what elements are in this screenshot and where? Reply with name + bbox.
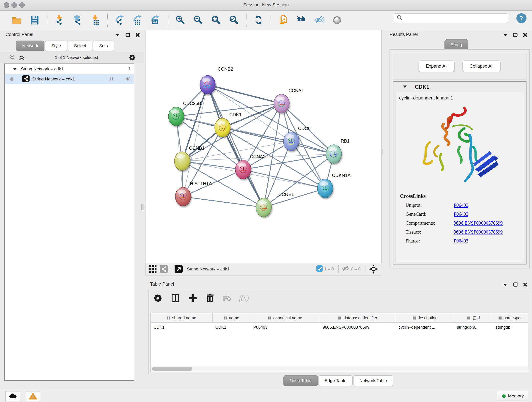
collapse-all-button[interactable]: Collapse All [462, 61, 500, 72]
crosslink-link[interactable]: 9606.ENSP00000378699 [454, 229, 503, 235]
tab-node-table[interactable]: Node Table [283, 375, 318, 386]
network-node-CCNB1[interactable] [174, 152, 190, 171]
protein-section-header[interactable]: CDK1 [393, 82, 526, 92]
glass-ball-effect-button[interactable] [328, 12, 346, 28]
hidden-eye-slash-icon[interactable] [342, 265, 350, 273]
network-edge-CCNB2-RB1[interactable] [208, 85, 334, 154]
network-collection-row[interactable]: String Network – cdk1 1 [5, 64, 134, 74]
table-horizontal-scrollbar[interactable] [151, 366, 528, 372]
collapse-all-networks-icon[interactable] [9, 55, 15, 61]
column-header-shared-name[interactable]: shared name [151, 313, 213, 322]
network-view-toolbar: String Network – cdk1 1 – 0 0 – 0 [145, 263, 381, 275]
export-network-button[interactable] [111, 12, 129, 28]
search-box[interactable] [394, 13, 508, 23]
network-node-HIST1H1A[interactable] [175, 187, 191, 206]
memory-button[interactable]: Memory [498, 391, 528, 401]
detach-view-icon[interactable] [175, 265, 183, 273]
column-header-name[interactable]: name [213, 313, 251, 322]
network-edge-CCNB2-CCNA1[interactable] [208, 85, 282, 104]
cloud-status-button[interactable] [6, 391, 20, 401]
table-settings-gear-icon[interactable] [153, 293, 163, 303]
panel-close-icon[interactable] [135, 33, 140, 37]
tab-edge-table[interactable]: Edge Table [318, 375, 353, 386]
scrollbar-thumb[interactable] [152, 367, 192, 370]
network-share-icon[interactable] [160, 265, 168, 273]
panel-close-icon[interactable] [523, 33, 527, 37]
show-columns-icon[interactable] [170, 293, 180, 303]
network-node-CDKN1A[interactable] [317, 179, 333, 198]
selected-checkbox-icon[interactable] [317, 265, 323, 273]
string-home-button[interactable] [292, 12, 310, 28]
network-options-gear-icon[interactable] [128, 54, 136, 61]
tab-style[interactable]: Style [45, 41, 67, 51]
help-button[interactable]: ? [516, 13, 527, 24]
network-node-CDK1[interactable] [215, 118, 230, 137]
network-edge-CCNA2-CDKN1A[interactable] [243, 170, 325, 188]
delete-column-trash-icon[interactable] [205, 293, 215, 303]
tab-sets[interactable]: Sets [93, 41, 114, 51]
open-session-button[interactable] [8, 12, 26, 28]
table-row[interactable]: CDK1CDK1P064939606.ENSP00000378699cyclin… [151, 323, 528, 332]
zoom-out-button[interactable] [189, 12, 207, 28]
network-edge-CDKN1A-CCNE1[interactable] [264, 188, 325, 207]
collection-disclosure-triangle-icon[interactable] [13, 66, 17, 71]
birdseye-crosshair-icon[interactable] [369, 264, 378, 274]
panel-float-triangle-icon[interactable] [115, 33, 120, 37]
network-canvas[interactable]: CCNB2CCNA1CDC25BCDK1CDC6RB1CCNB1CCNA2CDK… [145, 30, 382, 263]
add-column-icon[interactable] [188, 293, 198, 303]
network-graph[interactable]: CCNB2CCNA1CDC25BCDK1CDC6RB1CCNB1CCNA2CDK… [146, 30, 381, 263]
network-edge-CDK1-RB1[interactable] [222, 128, 334, 154]
network-node-CCNA1[interactable] [274, 94, 289, 113]
crosslink-link[interactable]: P06493 [454, 202, 468, 208]
left-splitter-handle[interactable] [141, 204, 144, 211]
crosslink-link[interactable]: P06493 [454, 211, 468, 217]
crosslink-link[interactable]: 9606.ENSP00000378699 [454, 220, 503, 226]
network-node-CDC25B[interactable] [168, 107, 184, 126]
expand-all-networks-icon[interactable] [19, 55, 25, 61]
network-row[interactable]: String Network – cdk1 11 48 [5, 74, 134, 84]
zoom-fit-button[interactable] [207, 12, 225, 28]
import-network-from-database-button[interactable] [68, 12, 86, 28]
panel-float-triangle-icon[interactable] [503, 33, 508, 37]
panel-maximize-icon[interactable] [513, 33, 518, 37]
expand-all-button[interactable]: Expand All [418, 61, 455, 72]
network-node-CDC6[interactable] [283, 132, 299, 151]
network-edge-HIST1H1A-CCNE1[interactable] [183, 197, 264, 207]
tab-network[interactable]: Network [16, 41, 44, 51]
panel-close-icon[interactable] [523, 282, 527, 287]
refresh-view-button[interactable] [250, 12, 268, 28]
network-node-CCNB2[interactable] [200, 75, 215, 94]
delete-table-icon[interactable] [222, 294, 232, 303]
hide-glass-effect-button[interactable] [310, 12, 328, 28]
column-header-canonical-name[interactable]: canonical name [250, 313, 320, 322]
crosslink-link[interactable]: P06493 [454, 238, 468, 244]
column-header-namespac[interactable]: namespac [493, 313, 528, 322]
show-grid-icon[interactable] [149, 265, 157, 273]
column-header-description[interactable]: description [396, 313, 454, 322]
export-table-button[interactable] [129, 12, 147, 28]
zoom-selected-button[interactable] [225, 12, 243, 28]
network-node-CCNA2[interactable] [235, 160, 251, 179]
tab-network-table[interactable]: Network Table [353, 375, 393, 386]
import-table-from-file-button[interactable] [86, 12, 104, 28]
function-builder-icon[interactable]: f(x) [239, 294, 249, 302]
network-node-RB1[interactable] [326, 145, 342, 163]
column-header--id[interactable]: @id [454, 313, 493, 322]
tab-string[interactable]: String [444, 39, 468, 50]
search-input[interactable] [405, 16, 508, 21]
tab-select[interactable]: Select [68, 41, 92, 51]
network-node-CCNE1[interactable] [256, 198, 272, 217]
panel-maximize-icon[interactable] [126, 33, 130, 37]
open-in-string-web-button[interactable] [274, 12, 292, 28]
zoom-in-button[interactable] [171, 12, 189, 28]
save-session-button[interactable] [26, 12, 44, 28]
column-header-database-identifier[interactable]: database identifier [320, 313, 396, 322]
network-edge-CCNB2-CCNE1[interactable] [208, 85, 264, 207]
import-network-from-file-button[interactable] [51, 12, 68, 28]
protein-disclosure-triangle-icon[interactable] [403, 85, 407, 89]
network-edge-CDC6-CCNE1[interactable] [264, 141, 291, 207]
warning-status-button[interactable] [26, 391, 40, 401]
panel-maximize-icon[interactable] [513, 282, 518, 287]
panel-float-triangle-icon[interactable] [503, 283, 508, 286]
export-image-button[interactable] [147, 12, 165, 28]
